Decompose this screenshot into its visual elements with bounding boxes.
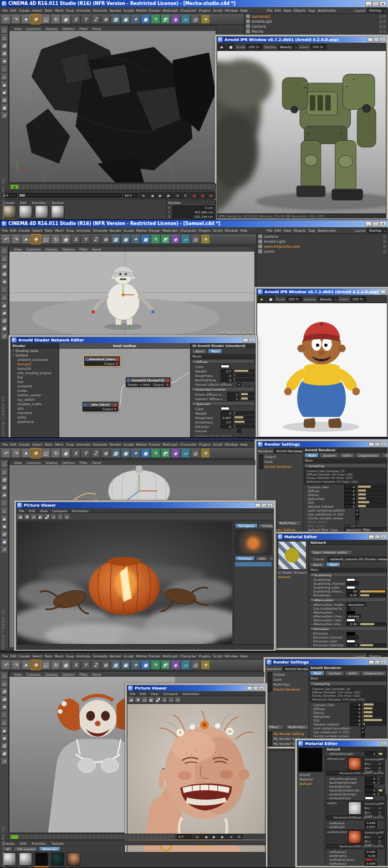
shader-node-bump2d[interactable]: bump2d [bump2d] Shader < MainOutput bbox=[126, 377, 170, 387]
title-bar[interactable]: CINEMA 4D R16.011 Studio (R16) (NFR Vers… bbox=[0, 220, 388, 227]
menu-item[interactable]: Render bbox=[108, 654, 122, 658]
c4d_shading_engine[interactable]: c4d_shading_engine bbox=[11, 370, 59, 375]
snap-icon[interactable]: ◆ bbox=[1, 309, 8, 316]
Materials[interactable]: Materials bbox=[39, 846, 61, 851]
polygons-mode-icon[interactable]: ▲ bbox=[1, 727, 8, 734]
parameter-row[interactable]: Anisotropy 0.5 bbox=[191, 420, 256, 424]
pv-save-icon[interactable]: ▼ bbox=[24, 514, 30, 520]
object-axis-icon[interactable]: ✚ bbox=[1, 278, 8, 285]
menu-item[interactable]: File bbox=[1, 8, 9, 12]
rotate-icon[interactable]: ↻ bbox=[51, 448, 60, 458]
coordinate-system-icon[interactable]: ⊕ bbox=[101, 448, 110, 458]
parameter-row[interactable]: Roughness 0.467 bbox=[191, 415, 256, 420]
wireframe[interactable]: wireframe bbox=[11, 419, 59, 423]
section-sampling[interactable]: Sampling bbox=[309, 681, 387, 686]
lock-icon[interactable]: ▣ bbox=[1, 750, 8, 757]
navigator-thumbnail[interactable] bbox=[235, 530, 272, 554]
menu-item[interactable]: Mesh bbox=[54, 228, 65, 232]
primitive-cube-icon[interactable]: ◼ bbox=[141, 448, 150, 458]
section-sampling[interactable]: Sampling bbox=[309, 647, 387, 648]
pv-title-bar[interactable]: Picture Viewer _ □ × bbox=[127, 685, 266, 691]
scale-icon[interactable]: ◱ bbox=[41, 234, 50, 244]
close-button[interactable]: × bbox=[381, 442, 386, 447]
light-icon[interactable]: ☀ bbox=[201, 660, 210, 670]
menu-item[interactable]: Render bbox=[108, 8, 122, 12]
lambert1[interactable]: lambert1 bbox=[11, 384, 59, 388]
texture-filename[interactable]: Penelope.SSSMask.v004C.HUD.tif bbox=[327, 815, 385, 819]
cursor-icon[interactable]: ➤ bbox=[21, 234, 30, 244]
viewport-menu-item[interactable]: Display bbox=[43, 461, 60, 464]
minimize-button[interactable]: _ bbox=[243, 338, 248, 343]
menu-item[interactable]: MoGraph bbox=[162, 8, 179, 12]
render-view-icon[interactable]: ▦ bbox=[111, 660, 120, 670]
create-network-select[interactable]: network_volume (GI Shader network) bbox=[328, 556, 386, 561]
cursor-icon[interactable]: ➤ bbox=[21, 14, 30, 24]
fresnel-row[interactable]: Fresnel bbox=[191, 428, 256, 433]
goto-end-button[interactable]: ⇥ bbox=[227, 834, 234, 839]
environment-icon[interactable]: ▱ bbox=[181, 14, 190, 24]
menu-item[interactable]: Create bbox=[18, 442, 31, 446]
parameter-row[interactable]: emissionStrength 0 bbox=[325, 792, 387, 796]
object-axis-icon[interactable]: ✚ bbox=[1, 58, 8, 65]
live-selection-icon[interactable]: ◌ bbox=[1, 247, 8, 254]
Material.1[interactable]: Material.1 bbox=[18, 852, 33, 867]
slider[interactable] bbox=[358, 501, 386, 504]
arnold-ipr-window[interactable]: Arnold IPR Window v0.7.2.db01 (Arnold 4.… bbox=[216, 36, 387, 219]
texture-filename[interactable]: Penelope.DiffC.v004C.HUD.tif bbox=[327, 771, 385, 775]
material-editor-window[interactable]: Material Editor _ □ × GI Shader Network … bbox=[276, 533, 388, 649]
close-button[interactable]: × bbox=[386, 290, 387, 294]
deformers-icon[interactable]: ◈ bbox=[171, 234, 180, 244]
model-mode-icon[interactable]: ◻ bbox=[1, 680, 8, 687]
light-icon[interactable]: ☀ bbox=[201, 234, 210, 244]
viewport-menu-item[interactable]: Cameras bbox=[24, 461, 43, 464]
snap-icon[interactable]: ◆ bbox=[1, 734, 8, 742]
slider[interactable] bbox=[234, 416, 254, 419]
menu-item[interactable]: Mesh bbox=[54, 442, 65, 446]
hair[interactable]: hair bbox=[11, 379, 59, 384]
parameter-row[interactable]: Attenuation bbox=[309, 610, 387, 614]
rotate-icon[interactable]: ↻ bbox=[51, 660, 60, 670]
spline-pen-icon[interactable]: ✎ bbox=[151, 448, 160, 458]
menu-item[interactable]: Create bbox=[18, 8, 31, 12]
motion_vector[interactable]: motion_vector bbox=[11, 392, 59, 397]
parameter-row[interactable]: backlightColor bbox=[325, 784, 387, 788]
rotate-icon[interactable]: ↻ bbox=[51, 14, 60, 24]
sampling-checkbox-row[interactable]: Clamp sample values bbox=[303, 516, 387, 520]
section-specular[interactable]: Specular bbox=[191, 401, 255, 406]
render-settings-icon[interactable]: ✦ bbox=[131, 234, 140, 244]
checkbox[interactable] bbox=[355, 512, 359, 516]
standard[interactable]: standard bbox=[11, 410, 59, 415]
menu-item[interactable]: Mesh bbox=[54, 8, 65, 12]
render-settings-icon[interactable]: ✦ bbox=[131, 14, 140, 24]
z-axis-lock-icon[interactable]: Z bbox=[91, 448, 100, 458]
color-swatch[interactable] bbox=[346, 640, 355, 643]
model-mode-icon[interactable]: ◻ bbox=[1, 255, 8, 262]
minimize-button[interactable]: _ bbox=[369, 442, 374, 447]
pv-fit-icon[interactable]: ▭ bbox=[64, 514, 70, 520]
slider[interactable] bbox=[363, 703, 386, 706]
menu-item[interactable]: Animate bbox=[75, 228, 91, 232]
maximize-button[interactable]: □ bbox=[372, 1, 379, 7]
edges-mode-icon[interactable]: △ bbox=[1, 294, 8, 301]
flat[interactable]: flat bbox=[11, 375, 59, 379]
pv-open-icon[interactable]: ▤ bbox=[17, 514, 23, 520]
menu-item[interactable]: Character bbox=[179, 442, 198, 446]
minimize-button[interactable]: _ bbox=[365, 1, 372, 7]
menu-item[interactable]: Window bbox=[223, 442, 239, 446]
camera-icon[interactable]: ◎ bbox=[191, 14, 200, 24]
close-button[interactable]: × bbox=[267, 503, 273, 508]
System[interactable]: System bbox=[325, 671, 344, 676]
section-diffuse[interactable]: Diffuse bbox=[191, 359, 255, 364]
pv-menu-item[interactable]: View bbox=[39, 509, 49, 513]
www.kingcoma.com[interactable]: www.kingcoma.com bbox=[257, 244, 388, 249]
deformers-icon[interactable]: ◈ bbox=[171, 448, 180, 458]
multipass-button[interactable]: Multi-Pass... bbox=[285, 724, 309, 730]
menu-item[interactable]: Sculpt bbox=[122, 8, 135, 12]
section-scattering[interactable]: Scattering bbox=[309, 573, 387, 577]
coordinate-row[interactable]: Y 451.688 cm bbox=[168, 210, 215, 214]
live-selection-icon[interactable]: ◌ bbox=[1, 461, 8, 468]
object-axis-icon[interactable]: ✚ bbox=[1, 703, 8, 711]
Multi-Pass[interactable]: Multi-Pass bbox=[266, 682, 308, 687]
menu-item[interactable]: Tools bbox=[43, 654, 54, 658]
menu-item[interactable]: Select bbox=[31, 654, 44, 658]
